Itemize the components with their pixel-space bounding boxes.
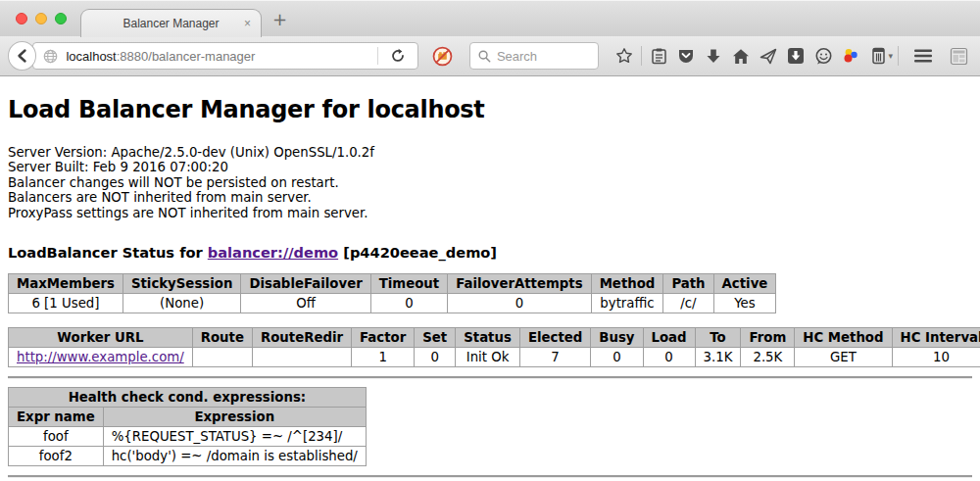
menu-button[interactable]: [909, 42, 937, 70]
health-check-section: Health check cond. expressions: Expr nam…: [8, 387, 972, 466]
col-disablefailover: DisableFailover: [241, 274, 370, 294]
section-divider: [8, 376, 972, 379]
col-status: Status: [456, 328, 520, 348]
table-row: 6 [1 Used] (None) Off 0 0 bytraffic /c/ …: [9, 294, 776, 313]
bookmark-star-button[interactable]: [611, 42, 638, 70]
url-text[interactable]: localhost:8880/balancer-manager: [66, 49, 371, 64]
traffic-lights: [16, 13, 67, 24]
url-host: localhost: [66, 49, 116, 64]
tab-strip: Balancer Manager × +: [0, 0, 980, 36]
plugin-blocked-button[interactable]: [428, 42, 455, 70]
back-icon: [15, 48, 30, 64]
page-grid-icon: [950, 47, 968, 66]
search-input[interactable]: [497, 49, 590, 64]
worker-row: http://www.example.com/ 1 0 Init Ok 7 0 …: [9, 348, 980, 367]
col-worker-url: Worker URL: [9, 328, 193, 348]
table-row: foof2 hc('body') =~ /domain is establish…: [9, 447, 367, 466]
colored-dots-addon-button[interactable]: [837, 42, 864, 70]
tab-close-icon[interactable]: ×: [244, 17, 251, 30]
balancers-notice-line: Balancers are NOT inherited from main se…: [8, 190, 972, 205]
home-button[interactable]: [727, 42, 755, 70]
container-icon: [871, 47, 886, 65]
col-stickysession: StickySession: [122, 274, 240, 294]
col-factor: Factor: [352, 328, 415, 348]
dark-download-badge-icon: [787, 47, 805, 65]
page-title: Load Balancer Manager for localhost: [8, 96, 972, 123]
new-tab-button[interactable]: +: [272, 11, 287, 28]
col-hc-method: HC Method: [795, 328, 892, 348]
cell-expression: %{REQUEST_STATUS} =~ /^[234]/: [103, 427, 366, 447]
close-window-button[interactable]: [16, 13, 27, 24]
video-download-helper-button[interactable]: [782, 42, 809, 70]
tab-title: Balancer Manager: [122, 17, 219, 30]
status-suffix: [p4420eeae_demo]: [338, 244, 497, 261]
worker-table: Worker URL Route RouteRedir Factor Set S…: [8, 327, 980, 367]
clipboard-icon: [651, 47, 667, 65]
cell-status: Init Ok: [456, 348, 520, 367]
tab-balancer-manager[interactable]: Balancer Manager ×: [80, 9, 262, 37]
worker-url-link[interactable]: http://www.example.com/: [17, 350, 184, 364]
table-header-row: MaxMembers StickySession DisableFailover…: [9, 274, 776, 294]
cell-active: Yes: [713, 294, 776, 313]
table-title-row: Health check cond. expressions:: [9, 388, 367, 408]
health-table-title: Health check cond. expressions:: [9, 388, 367, 408]
downloads-button[interactable]: [700, 42, 727, 70]
download-arrow-icon: [706, 48, 721, 65]
proxypass-notice-line: ProxyPass settings are NOT inherited fro…: [8, 206, 972, 220]
globe-icon: [43, 49, 58, 64]
col-failoverattempts: FailoverAttempts: [448, 274, 591, 294]
col-hc-interval: HC Interval: [892, 328, 980, 348]
toolbar-icons: ▾: [611, 42, 972, 70]
urlbar-divider: [377, 47, 378, 65]
cell-timeout: 0: [370, 294, 447, 313]
chat-smiley-button[interactable]: [809, 42, 837, 70]
reload-button[interactable]: [384, 42, 412, 70]
col-from: From: [741, 328, 795, 348]
cell-expr-name: foof2: [9, 447, 104, 466]
col-expr-name: Expr name: [9, 408, 104, 427]
hamburger-icon: [913, 48, 933, 64]
cell-expression: hc('body') =~ /domain is established/: [103, 447, 366, 466]
zoom-window-button[interactable]: [55, 13, 67, 24]
col-timeout: Timeout: [370, 274, 447, 294]
balancer-demo-link[interactable]: balancer://demo: [208, 244, 338, 261]
table-header-row: Worker URL Route RouteRedir Factor Set S…: [9, 328, 980, 348]
pocket-button[interactable]: [672, 42, 700, 70]
smiley-icon: [814, 47, 833, 66]
star-icon: [615, 47, 633, 65]
home-icon: [732, 48, 750, 65]
search-box[interactable]: [469, 42, 600, 70]
cell-expr-name: foof: [9, 427, 104, 447]
cell-maxmembers: 6 [1 Used]: [9, 294, 123, 313]
col-active: Active: [713, 274, 776, 294]
cell-routeredir: [252, 348, 351, 367]
addon-dropdown-caret[interactable]: ▾: [888, 51, 893, 61]
cell-set: 0: [415, 348, 456, 367]
col-path: Path: [663, 274, 713, 294]
url-path: :8880/balancer-manager: [117, 49, 256, 64]
page-thumbnail-button[interactable]: [945, 42, 972, 70]
col-busy: Busy: [591, 328, 643, 348]
cell-stickysession: (None): [122, 294, 240, 313]
reload-icon: [390, 48, 406, 64]
col-routeredir: RouteRedir: [252, 328, 351, 348]
cell-factor: 1: [352, 348, 415, 367]
cell-from: 2.5K: [741, 348, 795, 367]
page-content: Load Balancer Manager for localhost Serv…: [0, 76, 980, 481]
loadbalancer-status-heading: LoadBalancer Status for balancer://demo …: [8, 244, 972, 261]
browser-window: Balancer Manager × + localhost:8880/bala…: [0, 0, 980, 481]
minimize-window-button[interactable]: [35, 13, 47, 24]
reading-list-button[interactable]: [645, 42, 672, 70]
send-tab-button[interactable]: [755, 42, 782, 70]
col-to: To: [695, 328, 741, 348]
status-prefix: LoadBalancer Status for: [8, 244, 208, 261]
flash-blocked-icon: [432, 46, 453, 67]
cell-elected: 7: [519, 348, 590, 367]
cell-route: [192, 348, 252, 367]
cell-disablefailover: Off: [241, 294, 370, 313]
colored-dots-icon: [842, 47, 859, 65]
worker-section: Worker URL Route RouteRedir Factor Set S…: [8, 327, 972, 367]
table-row: foof %{REQUEST_STATUS} =~ /^[234]/: [9, 427, 367, 447]
toolbar-divider: [641, 46, 642, 66]
url-bar[interactable]: localhost:8880/balancer-manager: [32, 42, 418, 70]
